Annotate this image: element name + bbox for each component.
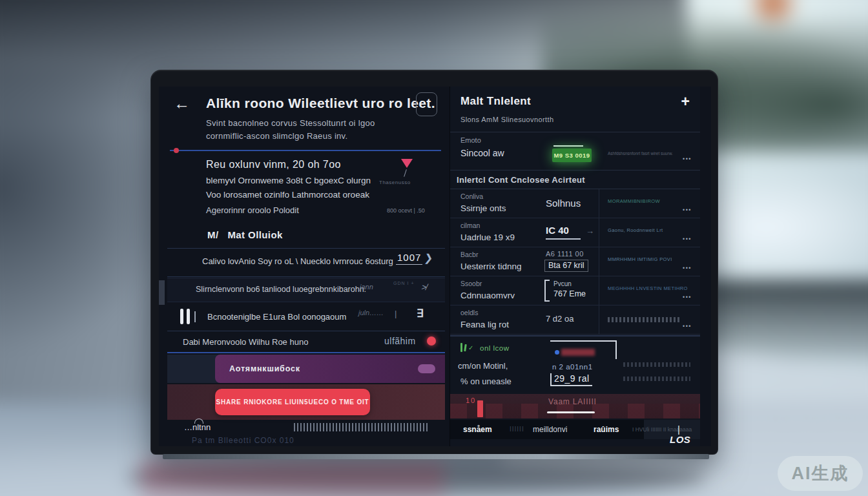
bookmark-square-icon[interactable] bbox=[416, 92, 437, 116]
pink-triangle-icon bbox=[401, 159, 413, 168]
page-title: Alīkn roono Wileetlievt uro ro leet. bbox=[206, 96, 435, 111]
recording-dot-indicator bbox=[427, 336, 436, 346]
chevron-right-icon[interactable]: ❯ bbox=[424, 252, 434, 264]
striped-progress-bar[interactable] bbox=[294, 423, 429, 431]
logo-text: LOS bbox=[670, 434, 690, 445]
more-options-button[interactable]: ••• bbox=[683, 156, 692, 162]
back-button[interactable]: ← bbox=[174, 96, 190, 112]
more-options-button[interactable]: ••• bbox=[683, 207, 692, 213]
row-link-note[interactable]: MORAMMIBNIBIROW bbox=[608, 198, 688, 204]
photo-scene: ← Alīkn roono Wileetlievt uro ro leet. S… bbox=[0, 0, 868, 496]
bracket-outline-icon bbox=[544, 280, 550, 302]
stats-line1: cm/on Motinl, bbox=[458, 361, 508, 371]
note-row[interactable]: Slirnclenvonn bo6 tanliood luoegrebnnkib… bbox=[167, 278, 445, 302]
row-faint-placeholder bbox=[608, 317, 680, 322]
more-options-button[interactable]: ••• bbox=[683, 294, 692, 300]
footer-toolbar: ssnåem IIIIII meilldonvi raûims I HVUli … bbox=[450, 420, 700, 439]
faint-line-placeholder bbox=[623, 362, 690, 367]
row-value-arrow: → bbox=[586, 226, 594, 236]
pink-triangle-tail bbox=[404, 169, 407, 177]
accent-divider bbox=[170, 150, 441, 151]
share-cta-button[interactable]: SHARE RNIOKORE LIUIN5UECO O TME OIT bbox=[215, 389, 370, 415]
plus-icon: + bbox=[681, 93, 690, 110]
section-header: M/Mat Olluiok bbox=[207, 229, 283, 240]
quantity-value[interactable]: 1007 bbox=[396, 252, 422, 265]
row-category: Bacbr bbox=[460, 251, 478, 258]
mini-chart-panel[interactable]: 10 Vaam LAIIIII bbox=[450, 394, 700, 418]
featured-row[interactable]: Emoto Sincool aw M9 S3 0019 Ashfdshsnsnf… bbox=[450, 132, 700, 170]
cta-band: SHARE RNIOKORE LIUIN5UECO O TME OIT bbox=[167, 384, 445, 420]
row-label: Feana lig rot bbox=[460, 320, 509, 329]
table-row[interactable]: Ssoobr Cdnnuaomvrv Pvcun 767 Eme MEGHHHH… bbox=[450, 276, 700, 305]
featured-row-label: Sincool aw bbox=[460, 148, 504, 158]
laptop-bezel: ← Alīkn roono Wileetlievt uro ro leet. S… bbox=[150, 70, 718, 455]
stats-line2: % on uneasle bbox=[460, 377, 512, 386]
stats-box-value: 29_9 ral bbox=[550, 373, 592, 386]
pause-icon-thin-bar bbox=[194, 311, 196, 322]
row-link-note[interactable]: MEGHHHH LNVESTIN METIHRO bbox=[608, 285, 688, 291]
product-description: Voo lorosamet ozinlfo Lathmorcoat oroeak bbox=[206, 190, 369, 200]
bracket-icon[interactable]: ∃ bbox=[417, 307, 424, 320]
scrollbar-fragment[interactable] bbox=[159, 280, 165, 305]
accent-divider bbox=[167, 352, 445, 353]
toggle-switch[interactable] bbox=[418, 364, 435, 373]
more-options-button[interactable]: ••• bbox=[683, 323, 692, 329]
stats-box-label: n 2 a01nn1 bbox=[552, 363, 593, 371]
record-row-label: Dabi Meronvoolo Wilhu Roe huno bbox=[183, 337, 308, 347]
more-options-button[interactable]: ••• bbox=[683, 265, 692, 271]
row-link-note[interactable]: MMRHHMH IMTIMIG POVI bbox=[608, 256, 688, 262]
pause-row-annotation: juln…… bbox=[358, 309, 384, 316]
footer-item[interactable]: IIIIII bbox=[510, 426, 524, 433]
row-category: Ssoobr bbox=[460, 280, 482, 287]
stats-section: ✓ onl lcow cm/on Motinl, % on uneasle n … bbox=[450, 335, 700, 393]
row-category: Conliva bbox=[460, 192, 483, 200]
row-value-boxed: Bta 67 kril bbox=[544, 260, 588, 272]
chart-red-bar bbox=[477, 400, 483, 417]
row-label: Uadrlue 19 x9 bbox=[460, 232, 515, 242]
table-row[interactable]: oeldls Feana lig rot 7 d2 oa ••• bbox=[450, 305, 700, 335]
table-row[interactable]: Bacbr Uesterrix tidnng A6 1111 00 Bta 67… bbox=[450, 247, 700, 276]
highlight-row[interactable]: Аотямнкшибоск bbox=[167, 355, 445, 383]
background-orange-blob bbox=[745, 0, 801, 28]
note-row-tiny-label: GDN I + bbox=[393, 281, 414, 285]
chart-left-value: 10 bbox=[466, 397, 476, 404]
blue-dot-indicator bbox=[555, 350, 559, 355]
footer-item[interactable]: meilldonvi bbox=[533, 425, 567, 434]
more-options-button[interactable]: ••• bbox=[683, 236, 692, 242]
page-subtitle-line1: Svint bacnolneo corvus Stessoltunrt oi l… bbox=[206, 118, 375, 128]
row-divider bbox=[167, 248, 445, 249]
laptop-display: ← Alīkn roono Wileetlievt uro ro leet. S… bbox=[159, 87, 711, 446]
faint-line-placeholder bbox=[623, 377, 690, 381]
chart-underline bbox=[547, 411, 595, 413]
panel-subtitle: Slons AmM Slinesuovnortth bbox=[460, 116, 554, 123]
footer-item[interactable]: raûims bbox=[594, 425, 619, 434]
divider-dot-indicator bbox=[174, 148, 179, 153]
chart-label: Vaam LAIIIII bbox=[548, 397, 597, 406]
row-link-note[interactable]: Gaonu, Roodnnweit Lrt bbox=[608, 227, 688, 233]
table-row[interactable]: Conliva Ssirnje onts Solhnus MORAMMIBNIB… bbox=[450, 189, 700, 218]
footer-item[interactable]: ssnåem bbox=[463, 425, 492, 434]
product-footnote-value: 800 ocevt | .50 bbox=[387, 207, 425, 214]
list-section-title: Inlertcl Cont Cnclosee Acirteut bbox=[457, 175, 585, 185]
text-cursor: | bbox=[677, 424, 680, 435]
row-label: Cdnnuaomvrv bbox=[460, 291, 515, 300]
row-value: IC 40 bbox=[546, 225, 569, 236]
note-row-annotation: jann bbox=[360, 283, 373, 291]
row-label: Ssirnje onts bbox=[460, 203, 506, 213]
pause-row[interactable]: Bcnooteniglbe E1ura Bol oonogaoum juln……… bbox=[167, 304, 445, 331]
share-arrow-icon[interactable]: ≯ bbox=[420, 282, 428, 292]
pipe-divider: | bbox=[395, 309, 397, 318]
footer-item[interactable]: I HVUli IIIIIII II knaaaaaa bbox=[632, 426, 692, 433]
product-spec: blemyvl Orronweme 3o8t C bgoexC olurgn bbox=[206, 176, 371, 185]
table-row[interactable]: cilman Uadrlue 19 x9 IC 40 → Gaonu, Rood… bbox=[450, 218, 700, 247]
product-name: Reu oxlunv vinm, 20 oh 7oo bbox=[206, 159, 341, 170]
right-panel: Malt Tnlelent + Slons AmM Slinesuovnortt… bbox=[450, 87, 700, 446]
product-spec-note: Thasenusso bbox=[379, 180, 411, 185]
add-button[interactable]: + bbox=[681, 93, 690, 110]
row-value: Solhnus bbox=[546, 198, 581, 209]
stats-flag-label: onl lcow bbox=[480, 344, 510, 352]
row-divider bbox=[167, 276, 445, 277]
row-divider bbox=[167, 331, 445, 331]
ai-watermark-badge: AI生成 bbox=[778, 456, 863, 491]
screen-reflection bbox=[141, 461, 444, 496]
